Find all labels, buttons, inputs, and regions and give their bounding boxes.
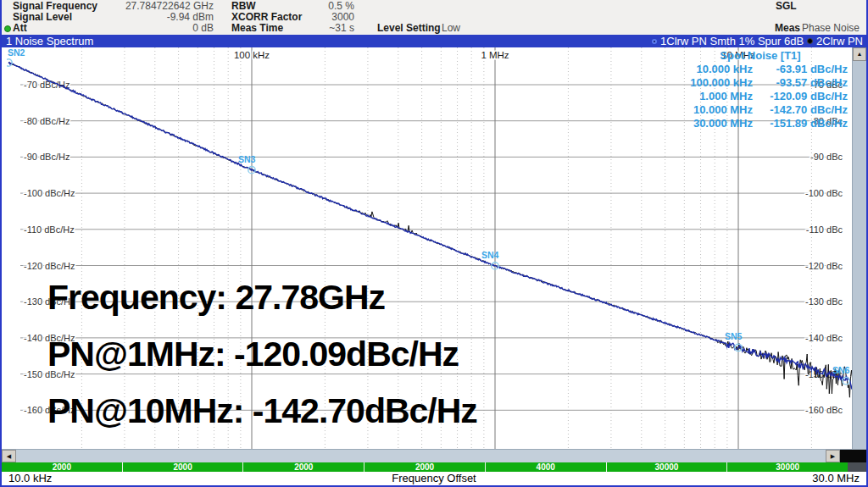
xcorr-segment: 30000: [606, 462, 727, 472]
svg-text:-130 dBc: -130 dBc: [805, 296, 843, 307]
spot-value: -120.09 dBc/Hz: [753, 90, 848, 103]
spot-value: -142.70 dBc/Hz: [753, 103, 848, 117]
svg-text:1 MHz: 1 MHz: [481, 50, 509, 60]
trace1-legend-item[interactable]: 1Clrw PN Smth 1% Spur 6dB: [660, 35, 804, 47]
xcorr-segment: 30000: [726, 462, 848, 472]
att-label: Att: [13, 23, 27, 34]
spot-freq: 10.000 MHz: [668, 103, 753, 117]
trace2-legend-item[interactable]: 2Clrw PN: [816, 35, 863, 47]
spot-freq: 10.000 kHz: [668, 63, 753, 76]
header-row-1: Signal Frequency 27.784722642 GHz RBW 0.…: [2, 1, 866, 12]
svg-text:SN4: SN4: [481, 250, 499, 260]
spot-noise-row: 30.000 MHz -151.89 dBc/Hz: [668, 117, 853, 130]
spot-freq: 30.000 MHz: [668, 117, 753, 130]
svg-text:-90 dBc/Hz: -90 dBc/Hz: [24, 152, 70, 162]
spot-noise-row: 100.000 kHz -93.57 dBc/Hz: [668, 76, 853, 90]
spot-noise-title: Spot Noise [T1]: [668, 49, 853, 63]
horizontal-scrollbar[interactable]: ◀ ▶: [2, 449, 866, 462]
single-sweep-indicator: SGL: [776, 1, 797, 12]
xcorr-segment: 2000: [242, 462, 364, 472]
horizontal-scroll-track[interactable]: [16, 450, 826, 462]
diagram-titlebar[interactable]: 1 Noise Spectrum 1Clrw PN Smth 1% Spur 6…: [2, 35, 866, 47]
xcorr-bar-endcap: [848, 462, 866, 472]
scroll-right-button[interactable]: ▶: [826, 450, 840, 462]
plot-area: 100 kHz1 MHz10 MHz-70 dBc/Hz-70 dBc-80 d…: [2, 47, 866, 449]
spot-noise-row: 10.000 MHz -142.70 dBc/Hz: [668, 103, 853, 117]
xcorr-segment: 2000: [122, 462, 243, 472]
spot-value: -151.89 dBc/Hz: [753, 117, 848, 130]
scroll-left-button[interactable]: ◀: [2, 450, 16, 462]
svg-text:-100 dBc: -100 dBc: [805, 188, 843, 198]
spot-value: -93.57 dBc/Hz: [753, 76, 848, 90]
attenuation-status-led: [4, 25, 11, 32]
trace1-color-icon: [652, 39, 657, 44]
level-setting-label: Level Setting: [377, 23, 441, 34]
annotation-pn-1mhz: PN@1MHz: -120.09dBc/Hz: [47, 326, 477, 383]
scrollbar-corner: [840, 450, 866, 462]
spot-noise-table: Spot Noise [T1] 10.000 kHz -63.91 dBc/Hz…: [668, 49, 853, 130]
xcorr-progress-bar: 2000 2000 2000 2000 4000 30000 30000: [2, 462, 866, 472]
xcorr-segment: 2000: [2, 462, 122, 472]
meas-mode-value[interactable]: Phase Noise: [802, 23, 860, 34]
svg-text:SN3: SN3: [238, 154, 256, 164]
x-axis-stop-value: 30.0 MHz: [812, 472, 860, 484]
meas-label: Meas: [775, 23, 800, 34]
svg-text:-110 dBc/Hz: -110 dBc/Hz: [24, 224, 75, 235]
svg-text:SN2: SN2: [8, 47, 25, 58]
svg-text:SN5: SN5: [725, 331, 743, 341]
att-value[interactable]: 0 dB: [103, 23, 214, 34]
svg-text:-90 dBc: -90 dBc: [810, 152, 843, 162]
scroll-up-button[interactable]: ▲: [853, 47, 866, 61]
svg-text:-70 dBc/Hz: -70 dBc/Hz: [24, 80, 70, 90]
svg-text:-110 dBc: -110 dBc: [806, 224, 843, 235]
annotation-pn-10mhz: PN@10MHz: -142.70dBc/Hz: [47, 383, 477, 440]
xcorr-segment: 2000: [364, 462, 485, 472]
svg-text:-160 dBc: -160 dBc: [805, 405, 843, 415]
x-axis-row: 10.0 kHz Frequency Offset 30.0 MHz: [2, 472, 866, 485]
diagram-title: 1 Noise Spectrum: [6, 35, 93, 47]
svg-text:-80 dBc/Hz: -80 dBc/Hz: [24, 116, 70, 126]
meas-time-value[interactable]: ~31 s: [281, 23, 354, 34]
meas-time-label: Meas Time: [231, 23, 283, 34]
level-setting-value[interactable]: Low: [442, 23, 460, 34]
svg-text:SN6: SN6: [832, 365, 850, 375]
annotation-frequency: Frequency: 27.78GHz: [47, 269, 477, 326]
svg-text:-100 dBc/Hz: -100 dBc/Hz: [24, 188, 75, 198]
spot-noise-row: 10.000 kHz -63.91 dBc/Hz: [668, 63, 853, 76]
x-axis-title: Frequency Offset: [2, 472, 866, 484]
spot-value: -63.91 dBc/Hz: [753, 63, 848, 76]
svg-text:-120 dBc: -120 dBc: [805, 261, 843, 271]
trace-legend: 1Clrw PN Smth 1% Spur 6dB 2Clrw PN: [652, 35, 863, 47]
measurement-header: Signal Frequency 27.784722642 GHz RBW 0.…: [2, 0, 866, 35]
header-row-3: Att 0 dB Meas Time ~31 s Level Setting L…: [2, 23, 866, 34]
trace2-color-icon: [807, 38, 813, 44]
xcorr-segment: 4000: [485, 462, 606, 472]
spot-freq: 100.000 kHz: [668, 76, 753, 90]
svg-text:100 kHz: 100 kHz: [234, 50, 270, 60]
spot-noise-row: 1.000 MHz -120.09 dBc/Hz: [668, 90, 853, 103]
vertical-scrollbar[interactable]: ▲: [852, 47, 866, 449]
annotation-overlay: Frequency: 27.78GHz PN@1MHz: -120.09dBc/…: [47, 269, 477, 440]
svg-text:-140 dBc: -140 dBc: [805, 333, 843, 343]
spot-freq: 1.000 MHz: [668, 90, 753, 103]
phase-noise-analyzer-window: Signal Frequency 27.784722642 GHz RBW 0.…: [0, 0, 868, 487]
